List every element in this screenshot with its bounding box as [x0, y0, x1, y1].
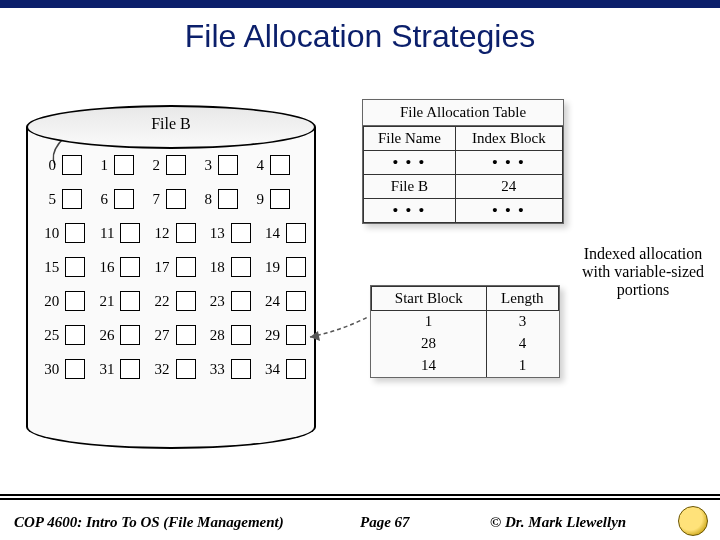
block	[62, 155, 82, 175]
block-grid: 0 1 2 3 4 5 6 7 8 9 10 11 12 13 14 15	[36, 155, 306, 393]
block	[286, 223, 306, 243]
block	[231, 223, 251, 243]
block	[286, 257, 306, 277]
block-row: 10 11 12 13 14	[36, 223, 306, 243]
block	[176, 257, 196, 277]
block	[65, 325, 85, 345]
block-row: 30 31 32 33 34	[36, 359, 306, 379]
footer-page: Page 67	[360, 514, 410, 531]
block	[114, 155, 134, 175]
block	[218, 189, 238, 209]
idx-cell: 3	[486, 311, 558, 333]
idx-cell: 28	[372, 333, 487, 355]
slide-title: File Allocation Strategies	[0, 18, 720, 55]
fat-row-name: File B	[364, 175, 456, 199]
block	[114, 189, 134, 209]
block	[120, 325, 140, 345]
block	[231, 359, 251, 379]
idx-cell: 4	[486, 333, 558, 355]
block	[65, 291, 85, 311]
idx-cell: 1	[372, 311, 487, 333]
fat-header-index: Index Block	[455, 127, 562, 151]
idx-header-length: Length	[486, 287, 558, 311]
block	[62, 189, 82, 209]
block	[176, 325, 196, 345]
fat-dots: • • •	[364, 199, 456, 223]
block	[286, 291, 306, 311]
block	[231, 291, 251, 311]
block	[65, 359, 85, 379]
fat-dots: • • •	[364, 151, 456, 175]
caption: Indexed allocation with variable-sized p…	[578, 245, 708, 299]
fat-row-index: 24	[455, 175, 562, 199]
block	[218, 155, 238, 175]
block-row: 20 21 22 23 24	[36, 291, 306, 311]
footer: COP 4600: Intro To OS (File Management) …	[0, 504, 720, 540]
block	[120, 359, 140, 379]
block	[65, 223, 85, 243]
ucf-logo-icon	[678, 506, 708, 536]
block	[176, 291, 196, 311]
block	[65, 257, 85, 277]
block	[270, 189, 290, 209]
footer-author: © Dr. Mark Llewellyn	[490, 514, 626, 531]
block-row: 0 1 2 3 4	[36, 155, 306, 175]
fat-grid: File Name Index Block • • • • • • File B…	[363, 126, 563, 223]
content-area: File B 0 1 2 3 4 5 6 7 8 9 10 11 12 13 1	[0, 55, 720, 485]
idx-cell: 1	[486, 355, 558, 377]
idx-header-start: Start Block	[372, 287, 487, 311]
block-row: 5 6 7 8 9	[36, 189, 306, 209]
block	[231, 257, 251, 277]
disk-label: File B	[26, 115, 316, 133]
block-row: 25 26 27 28 29	[36, 325, 306, 345]
fat-title: File Allocation Table	[363, 100, 563, 126]
idx-cell: 14	[372, 355, 487, 377]
fat-dots: • • •	[455, 151, 562, 175]
block	[120, 291, 140, 311]
block	[166, 155, 186, 175]
block	[166, 189, 186, 209]
index-block-table: Start Block Length 1 3 28 4 14 1	[370, 285, 560, 378]
block	[286, 325, 306, 345]
block	[270, 155, 290, 175]
block	[231, 325, 251, 345]
fat-header-name: File Name	[364, 127, 456, 151]
disk-bottom	[26, 405, 316, 449]
block	[120, 257, 140, 277]
block	[286, 359, 306, 379]
block	[120, 223, 140, 243]
block-row: 15 16 17 18 19	[36, 257, 306, 277]
top-strip	[0, 0, 720, 8]
fat-dots: • • •	[455, 199, 562, 223]
disk-cylinder: File B 0 1 2 3 4 5 6 7 8 9 10 11 12 13 1	[26, 105, 316, 445]
block	[176, 359, 196, 379]
block	[176, 223, 196, 243]
file-allocation-table: File Allocation Table File Name Index Bl…	[362, 99, 564, 224]
footer-separator	[0, 494, 720, 500]
